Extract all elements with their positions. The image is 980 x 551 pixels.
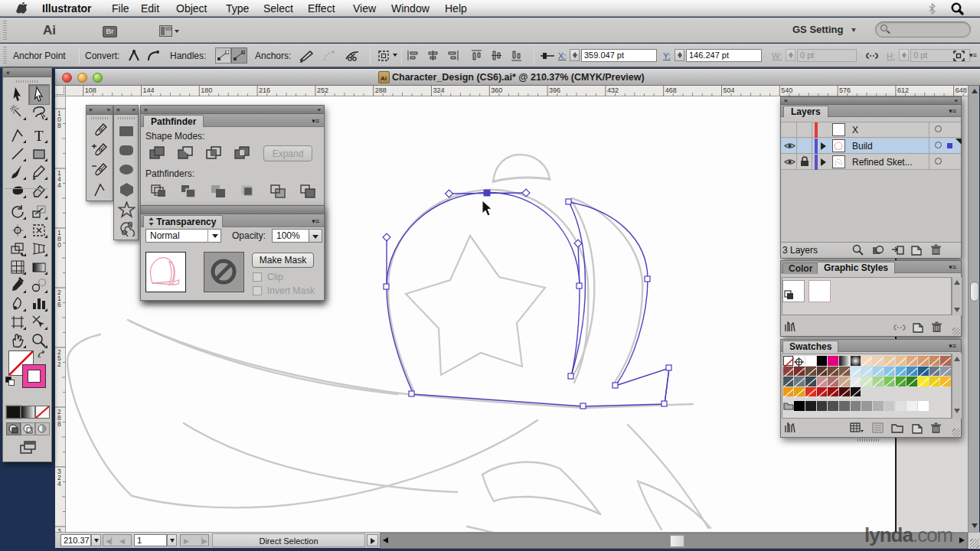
svg-text:360: 360 (491, 86, 502, 94)
svg-text:432: 432 (607, 86, 619, 94)
svg-text:T: T (34, 128, 44, 144)
svg-text:288: 288 (375, 86, 387, 94)
svg-text:108: 108 (85, 86, 96, 94)
svg-text:576: 576 (839, 86, 851, 94)
svg-text:468: 468 (665, 86, 677, 94)
svg-text:8: 8 (57, 420, 61, 428)
svg-text:8: 8 (57, 122, 61, 129)
svg-text:612: 612 (897, 86, 909, 94)
svg-text:648: 648 (956, 86, 967, 94)
svg-text:144: 144 (143, 86, 155, 94)
svg-text:324: 324 (433, 86, 445, 94)
svg-text:2: 2 (57, 360, 61, 368)
svg-text:0: 0 (57, 241, 61, 249)
svg-text:4: 4 (57, 480, 61, 487)
svg-text:540: 540 (781, 86, 792, 94)
svg-text:180: 180 (201, 86, 212, 94)
svg-text:504: 504 (724, 86, 735, 94)
svg-text:6: 6 (57, 301, 61, 308)
svg-text:396: 396 (549, 86, 560, 94)
svg-text:252: 252 (317, 86, 328, 94)
svg-text:216: 216 (259, 86, 270, 94)
svg-text:4: 4 (57, 181, 61, 189)
